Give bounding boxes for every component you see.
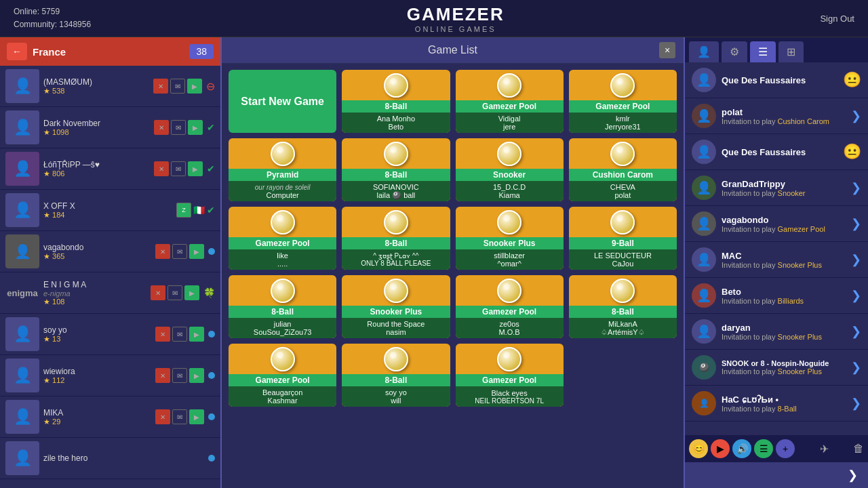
invitation-item[interactable]: 👤 HaC ɕʟʊʔЬи • Invitation to play 8-Ball… (685, 386, 868, 422)
game-card[interactable]: 9-Ball LE SEDUCTEUR CaJou (569, 207, 677, 270)
inviter-name: SNOOK or 8 - Nospin-Noguide (722, 359, 846, 367)
game-card[interactable]: 8-Ball SOFIANOVIC laila 🎱 ball (342, 138, 450, 201)
ball-display (342, 344, 450, 374)
ball-display (456, 207, 564, 237)
game-type: 8-Ball (342, 374, 450, 386)
game-card[interactable]: 8-Ball soy yo will (342, 344, 450, 407)
message-button[interactable]: ✉ (167, 285, 182, 300)
back-button[interactable]: ← (7, 43, 27, 60)
game-card[interactable]: Snooker Plus Round the Space nasim (342, 275, 450, 338)
status-icon: ✔ (207, 163, 215, 174)
arrow-button[interactable]: ▶ (188, 120, 203, 135)
game-card[interactable]: Snooker 15_D.C.D Kiama (456, 138, 564, 201)
game-row: Gamezer Pool Beaugarçon Kashmar 8-Ball s… (229, 344, 677, 407)
user-actions: ✕ ✉ ▶ (154, 161, 203, 176)
message-button[interactable]: ✉ (172, 327, 187, 342)
avatar: enigma (5, 276, 39, 310)
game-card[interactable]: 8-Ball MiLkanA ♤ArtémisY♤ (569, 275, 677, 338)
game-type: Gamezer Pool (229, 237, 336, 249)
game-type: 8-Ball (569, 306, 677, 318)
menu-button[interactable]: ☰ (754, 439, 773, 458)
user-name: ŁóñŢŘiPP —ŝ♥ (43, 160, 150, 169)
right-nav-arrow-button[interactable]: ❯ (685, 462, 868, 488)
avatar: 👤 (5, 110, 39, 144)
message-button[interactable]: ✉ (172, 409, 187, 424)
right-bottom-toolbar: 😊 ▶ 🔊 ☰ + ✈ 🗑 (685, 435, 868, 462)
message-button[interactable]: ✉ (172, 368, 187, 383)
inviter-name: Que Des Faussaires (722, 147, 837, 157)
message-button[interactable]: ✉ (171, 120, 186, 135)
game-card[interactable]: Gamezer Pool kmlr Jerryore31 (569, 70, 677, 133)
remove-button[interactable]: ✕ (154, 120, 169, 135)
tab-profile[interactable]: 👤 (689, 41, 719, 62)
invitation-game: Invitation to play Snooker Plus (722, 261, 846, 269)
tab-settings[interactable]: ⚙ (722, 41, 747, 62)
status-dot (208, 331, 215, 338)
tab-list[interactable]: ☰ (750, 41, 776, 62)
remove-button[interactable]: ✕ (155, 368, 170, 383)
game-card[interactable]: Gamezer Pool Vidigal jere (456, 70, 564, 133)
play-button[interactable]: ▶ (711, 439, 730, 458)
arrow-button[interactable]: ▶ (189, 368, 204, 383)
avatar: 👤 (5, 441, 39, 475)
invitation-item[interactable]: 👤 polat Invitation to play Cushion Carom… (685, 98, 868, 134)
invitation-item[interactable]: 👤 daryan Invitation to play Snooker Plus… (685, 314, 868, 350)
message-button[interactable]: ✉ (170, 79, 185, 94)
status-icon: ✔ (207, 205, 215, 216)
game-players: Round the Space nasim (342, 318, 450, 338)
invitation-item[interactable]: 👤 GranDadTrippy Invitation to play Snook… (685, 170, 868, 206)
game-players: julian SouSou_ZiZou73 (229, 318, 336, 338)
gamelist-header: Game List × (222, 37, 684, 63)
game-card[interactable]: 8-Ball julian SouSou_ZiZou73 (229, 275, 336, 338)
remove-button[interactable]: ✕ (151, 285, 165, 300)
arrow-button[interactable]: ▶ (189, 327, 204, 342)
start-new-game-card[interactable]: Start New Game (229, 70, 336, 133)
game-type: Cushion Carom (569, 169, 677, 181)
arrow-button[interactable]: ▶ (184, 285, 199, 300)
game-card[interactable]: Gamezer Pool ze0os M.O.B (456, 275, 564, 338)
ball-display (342, 70, 450, 100)
avatar: 👤 (5, 400, 39, 434)
game-card[interactable]: Cushion Carom CHEVA polat (569, 138, 677, 201)
remove-button[interactable]: ✕ (154, 161, 169, 176)
ball-display (229, 207, 336, 237)
list-item: 👤 soy yo ★ 13 ✕ ✉ ▶ (0, 314, 220, 355)
remove-button[interactable]: ✕ (153, 79, 168, 94)
invitation-item[interactable]: 👤 Beto Invitation to play Billiards ❯ (685, 278, 868, 314)
invitation-item[interactable]: 👤 MAC Invitation to play Snooker Plus ❯ (685, 242, 868, 278)
remove-button[interactable]: ✕ (155, 244, 170, 259)
invitation-item[interactable]: 🎱 SNOOK or 8 - Nospin-Noguide Invitation… (685, 350, 868, 386)
game-card[interactable]: 8-Ball Ana Monho Beto (342, 70, 450, 133)
smiley-icon: 😐 (843, 143, 861, 161)
send-icon[interactable]: ✈ (820, 443, 829, 455)
sound-button[interactable]: 🔊 (732, 439, 751, 458)
message-button[interactable]: ✉ (171, 161, 186, 176)
game-card[interactable]: Pyramid our rayon de soleil Computer (229, 138, 336, 201)
game-card[interactable]: Gamezer Pool like ..... (229, 207, 336, 270)
remove-button[interactable]: ✕ (155, 409, 170, 424)
game-card[interactable]: 8-Ball ^ ʒʊʂʈ Pʟɑʏ ^^ ONLY 8 BALL PLEASE (342, 207, 450, 270)
chevron-right-icon: ❯ (851, 396, 861, 411)
game-card[interactable]: Gamezer Pool Black eyes NEIL ROBERTSON 7… (456, 344, 564, 407)
arrow-button[interactable]: ▶ (189, 244, 204, 259)
message-button[interactable]: ✉ (172, 244, 187, 259)
game-card[interactable]: Gamezer Pool Beaugarçon Kashmar (229, 344, 336, 407)
add-button[interactable]: + (776, 439, 795, 458)
z-button[interactable]: Z (176, 203, 191, 218)
gamelist-close-button[interactable]: × (659, 42, 675, 58)
user-actions: Z 🇮🇹 ✔ (176, 203, 215, 218)
ball-display (229, 275, 336, 306)
flag-icon: 🍀 (203, 287, 215, 298)
delete-icon[interactable]: 🗑 (853, 443, 864, 455)
emoji-button[interactable]: 😊 (689, 439, 708, 458)
arrow-button[interactable]: ▶ (188, 161, 203, 176)
tab-window[interactable]: ⊞ (778, 41, 804, 62)
sign-out-button[interactable]: Sign Out (820, 14, 854, 24)
arrow-button[interactable]: ▶ (189, 409, 204, 424)
invitation-item[interactable]: 👤 vagabondo Invitation to play Gamezer P… (685, 206, 868, 242)
game-card[interactable]: Snooker Plus stillblazer ^omar^ (456, 207, 564, 270)
remove-button[interactable]: ✕ (155, 327, 170, 342)
invitation-item[interactable]: 👤 Que Des Faussaires 😐 (685, 62, 868, 98)
invitation-item[interactable]: 👤 Que Des Faussaires 😐 (685, 134, 868, 170)
arrow-button[interactable]: ▶ (187, 79, 202, 94)
